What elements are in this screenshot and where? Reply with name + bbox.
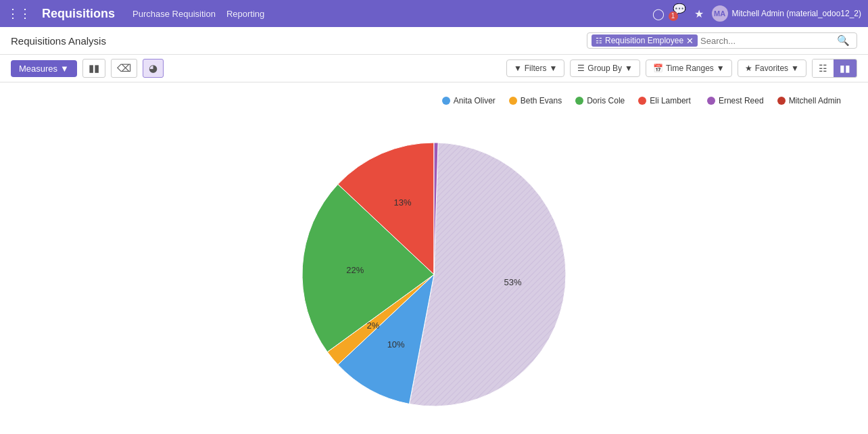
page-title: Requisitions Analysis xyxy=(11,35,581,47)
timeranges-chevron-icon: ▼ xyxy=(717,64,725,73)
topbar-icons: ◯ 💬1 ★ MA Mitchell Admin (material_odoo1… xyxy=(652,3,861,25)
main-content: Anita OliverBeth EvansDoris ColeEli Lamb… xyxy=(0,82,868,434)
topbar: ⋮⋮ Requisitions Purchase Requisition Rep… xyxy=(0,0,868,27)
tag-icon: ☷ xyxy=(596,37,602,45)
legend-label: Mitchell Admin xyxy=(789,96,841,105)
search-tag-label: Requisition Employee xyxy=(605,36,683,45)
user-menu[interactable]: MA Mitchell Admin (material_odoo12_2) xyxy=(712,5,861,22)
pie-label: 2% xyxy=(366,320,379,331)
messages-badge: 1 xyxy=(669,11,678,21)
legend-item: Mitchell Admin xyxy=(777,96,841,105)
favorites-chevron-icon: ▼ xyxy=(791,64,799,73)
legend-item: Doris Cole xyxy=(575,96,625,105)
measures-chevron-icon: ▼ xyxy=(60,64,69,74)
groupby-button[interactable]: ☰ Group By ▼ xyxy=(570,59,640,77)
legend-item: Beth Evans xyxy=(509,96,562,105)
favorites-button[interactable]: ★ Favorites ▼ xyxy=(738,59,806,77)
legend-dot xyxy=(509,97,517,105)
view-toggle: ☷ ▮▮ xyxy=(812,59,857,78)
legend-dot xyxy=(707,97,715,105)
bar-chart-button[interactable]: ▮▮ xyxy=(82,59,105,78)
legend-item: Anita Oliver xyxy=(442,96,496,105)
toolbar: Measures ▼ ▮▮ ⌫ ◕ ▼ Filters ▼ ☰ Group By… xyxy=(0,55,868,82)
star-icon: ★ xyxy=(745,64,752,73)
legend-label: Ernest Reed xyxy=(719,96,764,105)
calendar-icon: 📅 xyxy=(653,64,663,73)
pie-chart-button[interactable]: ◕ xyxy=(143,59,164,78)
subheader: Requisitions Analysis ☷ Requisition Empl… xyxy=(0,27,868,55)
timeranges-button[interactable]: 📅 Time Ranges ▼ xyxy=(646,59,732,77)
chart-legend: Anita OliverBeth EvansDoris ColeEli Lamb… xyxy=(14,96,854,112)
grid-view-button[interactable]: ☷ xyxy=(813,59,834,77)
legend-label: Beth Evans xyxy=(521,96,562,105)
line-chart-button[interactable]: ⌫ xyxy=(111,59,137,78)
measures-button[interactable]: Measures ▼ xyxy=(11,60,77,77)
apps-menu-icon[interactable]: ⋮⋮ xyxy=(7,6,31,21)
nav-reporting[interactable]: Reporting xyxy=(226,9,264,19)
search-tag-requisition-employee: ☷ Requisition Employee ✕ xyxy=(592,34,698,47)
legend-item: Eli Lambert xyxy=(638,96,691,105)
chart-area: 53%10%2%22%13% xyxy=(14,119,854,430)
nav-purchase-requisition[interactable]: Purchase Requisition xyxy=(132,9,216,19)
top-nav: Purchase Requisition Reporting xyxy=(132,9,264,19)
legend-label: Eli Lambert xyxy=(650,96,691,105)
legend-dot xyxy=(575,97,583,105)
settings-icon[interactable]: ★ xyxy=(694,7,704,20)
chart-view-button[interactable]: ▮▮ xyxy=(834,59,857,77)
search-button[interactable]: 🔍 xyxy=(834,34,852,47)
filter-icon: ▼ xyxy=(514,64,522,73)
groupby-icon: ☰ xyxy=(577,64,585,73)
pie-chart: 53%10%2%22%13% xyxy=(292,132,576,416)
legend-label: Anita Oliver xyxy=(454,96,496,105)
pie-label: 13% xyxy=(394,197,412,208)
pie-label: 10% xyxy=(387,339,405,349)
avatar: MA xyxy=(712,5,728,22)
legend-dot xyxy=(442,97,450,105)
pie-label: 53% xyxy=(504,277,521,287)
legend-dot xyxy=(777,97,786,105)
search-area: ☷ Requisition Employee ✕ 🔍 xyxy=(587,32,857,49)
groupby-chevron-icon: ▼ xyxy=(625,64,633,73)
legend-label: Doris Cole xyxy=(587,96,625,105)
legend-dot xyxy=(638,97,646,105)
chat-icon[interactable]: 💬1 xyxy=(673,3,686,25)
app-title: Requisitions xyxy=(42,7,115,21)
filters-chevron-icon: ▼ xyxy=(549,64,557,73)
legend-item: Ernest Reed xyxy=(707,96,764,105)
search-input[interactable] xyxy=(700,36,834,46)
search-tag-remove-button[interactable]: ✕ xyxy=(686,37,694,45)
user-name: Mitchell Admin (material_odoo12_2) xyxy=(732,9,861,18)
clock-icon[interactable]: ◯ xyxy=(652,7,665,20)
pie-label: 22% xyxy=(346,265,364,275)
filters-button[interactable]: ▼ Filters ▼ xyxy=(506,59,564,77)
